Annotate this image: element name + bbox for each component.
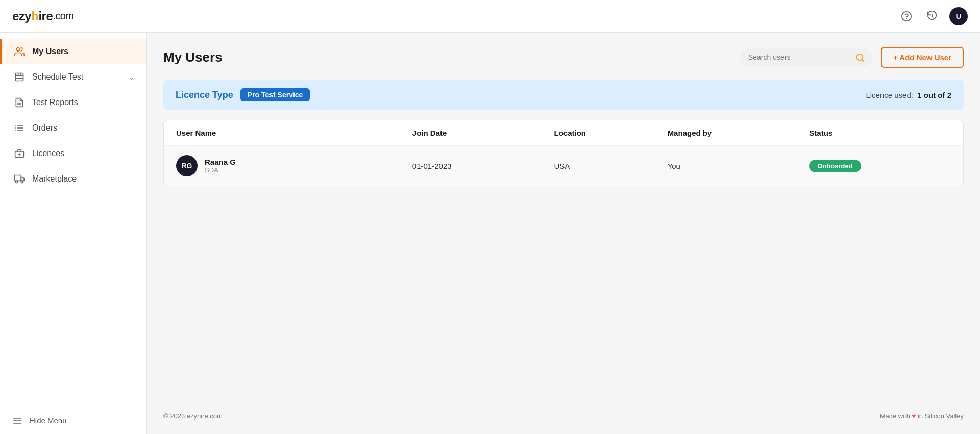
search-input[interactable]	[748, 53, 851, 61]
header-icons: U	[898, 7, 968, 25]
user-avatar[interactable]: U	[949, 7, 968, 25]
main-layout: My Users Schedule Test ⌄	[0, 33, 980, 434]
header-actions: + Add New User	[740, 47, 964, 68]
licence-used-count: 1 out of 2	[917, 91, 951, 99]
main-content: My Users + Add New User Licence Type	[147, 33, 980, 434]
licence-banner: Licence Type Pro Test Service Licence us…	[163, 80, 964, 110]
hide-menu-label: Hide Menu	[30, 416, 67, 425]
licence-left: Licence Type Pro Test Service	[176, 88, 310, 101]
col-location: Location	[554, 129, 667, 137]
svg-line-27	[862, 59, 863, 61]
sidebar-item-test-reports-label: Test Reports	[32, 98, 78, 107]
svg-rect-19	[15, 175, 21, 181]
sidebar-item-licences-label: Licences	[32, 149, 64, 158]
logo: ezyhire.com	[12, 9, 74, 23]
user-join-date: 01-01-2023	[412, 162, 554, 170]
reports-icon	[14, 97, 25, 108]
orders-icon	[14, 122, 25, 134]
svg-marker-20	[21, 177, 24, 181]
sidebar-item-test-reports[interactable]: Test Reports	[0, 90, 146, 115]
page-title: My Users	[163, 49, 223, 65]
history-icon[interactable]	[924, 8, 940, 24]
hide-menu-icon	[12, 416, 22, 426]
sidebar-item-schedule-test-label: Schedule Test	[32, 72, 83, 82]
copyright: © 2023 ezyhire.com	[163, 412, 223, 420]
made-with: Made with ♥ in Silicon Valley	[880, 412, 964, 420]
user-name: Raana G	[205, 158, 236, 166]
sidebar-item-orders[interactable]: Orders	[0, 115, 146, 141]
page-footer: © 2023 ezyhire.com Made with ♥ in Silico…	[163, 404, 964, 420]
hide-menu-button[interactable]: Hide Menu	[12, 416, 134, 426]
sidebar: My Users Schedule Test ⌄	[0, 33, 147, 434]
status-badge: Onboarded	[809, 160, 861, 172]
user-role: SDA	[205, 166, 236, 174]
search-icon	[855, 53, 865, 62]
table-header: User Name Join Date Location Managed by …	[164, 120, 963, 146]
schedule-icon	[14, 71, 25, 83]
user-managed-by: You	[668, 162, 810, 170]
col-join-date: Join Date	[412, 129, 554, 137]
search-box	[740, 48, 873, 66]
sidebar-item-schedule-test[interactable]: Schedule Test ⌄	[0, 64, 146, 90]
marketplace-icon	[14, 173, 25, 185]
user-status: Onboarded	[809, 160, 951, 172]
user-location: USA	[554, 162, 667, 170]
col-status: Status	[809, 129, 951, 137]
svg-point-22	[21, 181, 23, 183]
sidebar-item-my-users-label: My Users	[32, 47, 68, 56]
sidebar-nav: My Users Schedule Test ⌄	[0, 33, 146, 198]
sidebar-footer: Hide Menu	[0, 407, 146, 434]
help-icon[interactable]	[898, 8, 915, 24]
svg-point-21	[16, 181, 18, 183]
licence-type-label: Licence Type	[176, 90, 233, 100]
page-header: My Users + Add New User	[163, 47, 964, 68]
user-info: RG Raana G SDA	[176, 155, 412, 176]
users-table: User Name Join Date Location Managed by …	[163, 120, 964, 186]
licence-type-badge: Pro Test Service	[240, 88, 310, 101]
sidebar-item-licences[interactable]: Licences	[0, 141, 146, 166]
heart-icon: ♥	[912, 412, 918, 420]
chevron-down-icon: ⌄	[129, 73, 134, 81]
sidebar-item-marketplace[interactable]: Marketplace	[0, 166, 146, 192]
sidebar-item-my-users[interactable]: My Users	[0, 39, 146, 64]
svg-rect-3	[16, 73, 23, 81]
licences-icon	[14, 148, 25, 159]
licence-used: Licence used: 1 out of 2	[866, 91, 951, 99]
sidebar-item-marketplace-label: Marketplace	[32, 174, 77, 184]
add-new-user-button[interactable]: + Add New User	[881, 47, 964, 68]
sidebar-item-orders-label: Orders	[32, 123, 57, 133]
licence-used-text: Licence used:	[866, 91, 913, 99]
user-initials-avatar: RG	[176, 155, 198, 176]
app-header: ezyhire.com U	[0, 0, 980, 33]
users-icon	[14, 46, 25, 57]
col-managed-by: Managed by	[668, 129, 810, 137]
table-row[interactable]: RG Raana G SDA 01-01-2023 USA You Onboar…	[164, 146, 963, 186]
user-details: Raana G SDA	[205, 158, 236, 174]
svg-point-2	[16, 48, 20, 52]
col-username: User Name	[176, 129, 412, 137]
